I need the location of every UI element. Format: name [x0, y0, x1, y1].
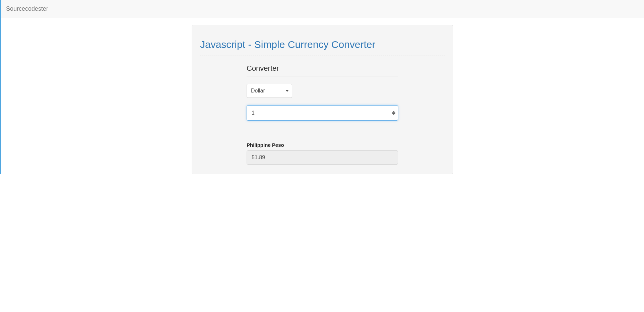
amount-input-group: [247, 105, 398, 121]
currency-select-wrap: Dollar: [247, 84, 292, 98]
main-container: Javascript - Simple Currency Converter C…: [126, 25, 518, 174]
amount-input-wrap: [247, 105, 398, 121]
navbar-brand[interactable]: Sourcecodester: [6, 5, 48, 12]
divider-dotted: [200, 56, 445, 56]
output-label: Philippine Peso: [247, 142, 398, 148]
converter-form: Converter Dollar: [247, 64, 398, 165]
amount-input[interactable]: [247, 105, 398, 121]
output-group: Philippine Peso: [247, 142, 398, 165]
converter-panel: Javascript - Simple Currency Converter C…: [192, 25, 453, 174]
output-value: [247, 150, 398, 165]
currency-select-group: Dollar: [247, 84, 398, 98]
divider-solid: [247, 76, 398, 76]
page-title: Javascript - Simple Currency Converter: [200, 39, 445, 50]
converter-heading: Converter: [247, 64, 398, 73]
spacer: [247, 128, 398, 142]
navbar: Sourcecodester: [1, 0, 644, 17]
currency-select[interactable]: Dollar: [247, 84, 292, 98]
